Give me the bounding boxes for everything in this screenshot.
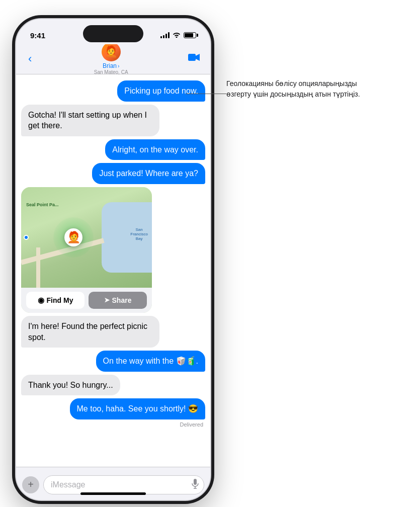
wifi-icon	[173, 32, 181, 39]
message-row: Me too, haha. See you shortly! 😎	[21, 398, 205, 419]
back-button[interactable]: ‹	[24, 50, 36, 67]
svg-rect-0	[188, 54, 196, 61]
messages-area: Picking up food now. Gotcha! I'll start …	[16, 74, 210, 467]
add-attachment-button[interactable]: +	[22, 476, 39, 493]
contact-name: Brian ›	[103, 62, 119, 69]
sent-bubble[interactable]: Me too, haha. See you shortly! 😎	[70, 398, 205, 419]
contact-info[interactable]: 🧑‍🦰 Brian › San Mateo, CA	[94, 42, 128, 75]
sent-bubble[interactable]: Alright, on the way over.	[105, 139, 205, 160]
signal-icon	[160, 32, 170, 38]
share-label: Share	[112, 296, 132, 304]
map-buttons: ◉ Find My ➤ Share	[21, 288, 152, 313]
received-bubble[interactable]: Thank you! So hungry...	[21, 375, 120, 396]
contact-subtitle: San Mateo, CA	[94, 69, 128, 75]
share-icon: ➤	[104, 296, 110, 304]
findmy-icon: ◉	[38, 296, 44, 305]
annotation-text: Геолокацияны бөлісу опцияларыңызды өзгер…	[226, 78, 382, 100]
message-row: Seal Point Pa... San Francisco Bay 🧑‍🦰 ◉…	[21, 187, 205, 313]
message-row: Thank you! So hungry...	[21, 375, 205, 396]
message-row: Alright, on the way over.	[21, 139, 205, 160]
map-water-label: San Francisco Bay	[130, 227, 148, 241]
delivered-label: Delivered	[21, 421, 205, 428]
sent-bubble[interactable]: Picking up food now.	[117, 80, 205, 102]
status-icons	[160, 32, 196, 39]
share-location-button[interactable]: ➤ Share	[89, 292, 147, 309]
annotation-line	[186, 94, 226, 94]
svg-marker-1	[196, 54, 200, 61]
nav-bar: ‹ 🧑‍🦰 Brian › San Mateo, CA	[16, 44, 210, 74]
avatar: 🧑‍🦰	[102, 42, 121, 61]
map-park-label: Seal Point Pa...	[26, 202, 59, 207]
annotation-area: Геолокацияны бөлісу опцияларыңызды өзгер…	[226, 78, 382, 100]
map-bubble[interactable]: Seal Point Pa... San Francisco Bay 🧑‍🦰 ◉…	[21, 187, 152, 313]
map-location-dot	[24, 235, 29, 240]
map-content: Seal Point Pa... San Francisco Bay 🧑‍🦰	[21, 187, 152, 288]
findmy-label: Find My	[47, 296, 73, 304]
microphone-icon[interactable]	[192, 479, 199, 491]
map-pin: 🧑‍🦰	[64, 228, 82, 246]
battery-icon	[184, 32, 196, 38]
message-row: Picking up food now.	[21, 80, 205, 102]
phone-frame: 9:41 ‹ 🧑‍🦰	[15, 18, 211, 501]
message-input-field[interactable]: iMessage	[43, 475, 204, 494]
message-row: Just parked! Where are ya?	[21, 163, 205, 184]
message-row: I'm here! Found the perfect picnic spot.	[21, 316, 205, 348]
sent-bubble[interactable]: On the way with the 🥡🧃.	[96, 351, 205, 372]
input-placeholder: iMessage	[51, 480, 85, 489]
video-call-button[interactable]	[186, 51, 202, 66]
status-time: 9:41	[30, 31, 45, 40]
sent-bubble[interactable]: Just parked! Where are ya?	[92, 163, 205, 184]
phone-wrapper: 9:41 ‹ 🧑‍🦰	[15, 18, 211, 501]
input-bar: + iMessage	[16, 467, 210, 501]
received-bubble[interactable]: I'm here! Found the perfect picnic spot.	[21, 316, 159, 348]
message-row: Gotcha! I'll start setting up when I get…	[21, 105, 205, 136]
svg-rect-2	[194, 479, 197, 485]
message-row: On the way with the 🥡🧃.	[21, 351, 205, 372]
dynamic-island	[83, 25, 143, 42]
find-my-button[interactable]: ◉ Find My	[26, 292, 85, 309]
chevron-right-icon: ›	[118, 63, 119, 69]
home-indicator	[80, 492, 146, 495]
received-bubble[interactable]: Gotcha! I'll start setting up when I get…	[21, 105, 159, 136]
